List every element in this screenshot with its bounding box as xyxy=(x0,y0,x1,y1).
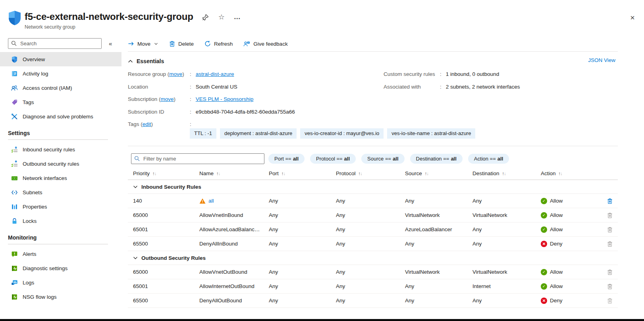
filter-pill-source[interactable]: Source ==all xyxy=(361,154,404,164)
column-header-destination[interactable]: Destination xyxy=(472,170,541,176)
feedback-icon xyxy=(243,41,250,47)
sidebar-item-label: Tags xyxy=(23,99,34,105)
pin-icon[interactable] xyxy=(202,14,209,21)
chevron-up-icon xyxy=(128,59,133,64)
chevron-down-icon xyxy=(133,255,138,260)
json-view-link[interactable]: JSON View xyxy=(588,57,615,63)
field-associated-with: Associated with 2 subnets, 2 network int… xyxy=(384,83,520,91)
table-row[interactable]: 65001 AllowInternetOutBound Any Any Any … xyxy=(128,279,618,294)
logs-icon xyxy=(11,279,18,286)
search-input[interactable] xyxy=(8,38,102,49)
sidebar-item-alerts[interactable]: Alerts xyxy=(0,247,121,261)
allow-icon xyxy=(541,283,547,290)
nsg-shield-icon xyxy=(11,56,18,63)
close-icon[interactable] xyxy=(629,14,636,21)
filter-pill-destination[interactable]: Destination ==all xyxy=(410,154,463,164)
alert-icon xyxy=(11,251,18,257)
move-button[interactable]: Move xyxy=(128,41,158,47)
sidebar-item-label: Overview xyxy=(23,56,45,62)
filter-search-icon xyxy=(134,156,140,161)
sidebar-item-tags[interactable]: Tags xyxy=(0,95,121,109)
field-subscription: Subscription (move) VES PLM - Sponsorshi… xyxy=(128,95,618,103)
sidebar-item-diagnose[interactable]: Diagnose and solve problems xyxy=(0,109,121,124)
give-feedback-button[interactable]: Give feedback xyxy=(243,41,287,47)
trash-icon[interactable] xyxy=(607,283,613,290)
move-link[interactable]: move xyxy=(161,96,174,102)
deny-icon xyxy=(541,241,547,247)
rule-name-link[interactable]: all xyxy=(208,198,214,204)
field-tags: Tags (edit) TTL : -1 deployment : astral… xyxy=(128,120,618,139)
resource-group-link[interactable]: astral-dist-azure xyxy=(196,71,234,77)
field-custom-rules: Custom security rules 1 inbound, 0 outbo… xyxy=(384,70,520,78)
edit-tags-link[interactable]: edit xyxy=(143,121,151,127)
sidebar-item-diagnostic-settings[interactable]: Diagnostic settings xyxy=(0,261,121,275)
properties-icon xyxy=(11,203,18,210)
divider xyxy=(128,51,618,52)
group-inbound-rules[interactable]: Inbound Security Rules xyxy=(128,180,618,194)
warning-icon xyxy=(199,198,206,204)
table-row[interactable]: 65001 AllowAzureLoadBalanc… Any Any Azur… xyxy=(128,222,618,237)
trash-icon[interactable] xyxy=(607,212,613,219)
chevron-down-icon xyxy=(154,41,158,46)
group-outbound-rules[interactable]: Outbound Security Rules xyxy=(128,251,618,265)
bottom-edge-bar xyxy=(0,319,644,321)
essentials-header[interactable]: Essentials JSON View xyxy=(128,57,618,66)
sidebar-item-access-control[interactable]: Access control (IAM) xyxy=(0,81,121,95)
trash-icon[interactable] xyxy=(607,241,613,247)
collapse-sidebar-icon[interactable]: « xyxy=(109,40,112,47)
divider xyxy=(8,244,108,244)
sidebar-item-outbound-rules[interactable]: Outbound security rules xyxy=(0,157,121,171)
filter-pill-action[interactable]: Action ==all xyxy=(468,154,509,164)
table-row[interactable]: 65000 AllowVnetInBound Any Any VirtualNe… xyxy=(128,208,618,222)
trash-icon[interactable] xyxy=(607,226,613,233)
column-header-protocol[interactable]: Protocol xyxy=(336,170,405,176)
column-header-name[interactable]: Name xyxy=(199,170,269,176)
sidebar-item-locks[interactable]: Locks xyxy=(0,214,121,228)
sidebar-item-label: Properties xyxy=(23,204,47,210)
star-icon[interactable] xyxy=(218,14,225,21)
nic-icon xyxy=(11,175,18,182)
field-subscription-id: Subscription ID e9cbbd48-704d-4dfa-bf62-… xyxy=(128,108,618,116)
sidebar-item-subnets[interactable]: Subnets xyxy=(0,185,121,199)
subscription-link[interactable]: VES PLM - Sponsorship xyxy=(196,96,254,102)
move-label: Move xyxy=(137,41,150,47)
sidebar: « Overview Activity log xyxy=(0,37,121,319)
table-row[interactable]: 65500 DenyAllOutBound Any Any Any Any De… xyxy=(128,294,618,308)
column-header-source[interactable]: Source xyxy=(405,170,472,176)
move-link[interactable]: move xyxy=(169,71,182,77)
sidebar-item-label: Diagnose and solve problems xyxy=(23,114,93,120)
trash-icon[interactable] xyxy=(607,269,613,275)
refresh-button[interactable]: Refresh xyxy=(204,41,233,47)
associated-with-value: 2 subnets, 2 network interfaces xyxy=(440,83,520,91)
page-title: f5-ce-external-network-security-group xyxy=(25,11,193,22)
filter-pill-port[interactable]: Port ==all xyxy=(268,154,305,164)
sidebar-item-label: NSG flow logs xyxy=(23,294,57,300)
trash-icon[interactable] xyxy=(607,298,613,304)
column-header-port[interactable]: Port xyxy=(269,170,336,176)
sidebar-item-label: Subnets xyxy=(23,190,42,195)
divider xyxy=(8,139,108,140)
filter-by-name-input[interactable] xyxy=(131,153,264,164)
delete-button[interactable]: Delete xyxy=(169,41,194,47)
sidebar-item-overview[interactable]: Overview xyxy=(0,52,121,66)
sidebar-item-nsg-flow-logs[interactable]: NSG flow logs xyxy=(0,290,121,304)
sort-icon xyxy=(282,171,285,176)
table-row[interactable]: 140 all Any Any Any Any Allow xyxy=(128,194,618,208)
table-row[interactable]: 65500 DenyAllInBound Any Any Any Any Den… xyxy=(128,237,618,251)
filter-bar: Port ==all Protocol ==all Source ==all D… xyxy=(128,153,618,164)
sidebar-item-properties[interactable]: Properties xyxy=(0,199,121,214)
divider xyxy=(128,146,618,146)
column-header-action[interactable]: Action xyxy=(541,170,602,176)
trash-icon[interactable] xyxy=(607,198,613,204)
column-header-priority[interactable]: Priority xyxy=(133,170,199,176)
sidebar-item-logs[interactable]: Logs xyxy=(0,275,121,290)
more-icon[interactable] xyxy=(234,14,241,21)
sort-icon xyxy=(216,171,220,176)
filter-pill-protocol[interactable]: Protocol ==all xyxy=(310,154,356,164)
sidebar-item-activity-log[interactable]: Activity log xyxy=(0,66,121,81)
table-row[interactable]: 65000 AllowVnetOutBound Any Any VirtualN… xyxy=(128,265,618,279)
sidebar-item-inbound-rules[interactable]: Inbound security rules xyxy=(0,142,121,157)
allow-icon xyxy=(541,226,547,233)
sidebar-item-label: Alerts xyxy=(23,251,37,257)
sidebar-item-network-interfaces[interactable]: Network interfaces xyxy=(0,171,121,185)
